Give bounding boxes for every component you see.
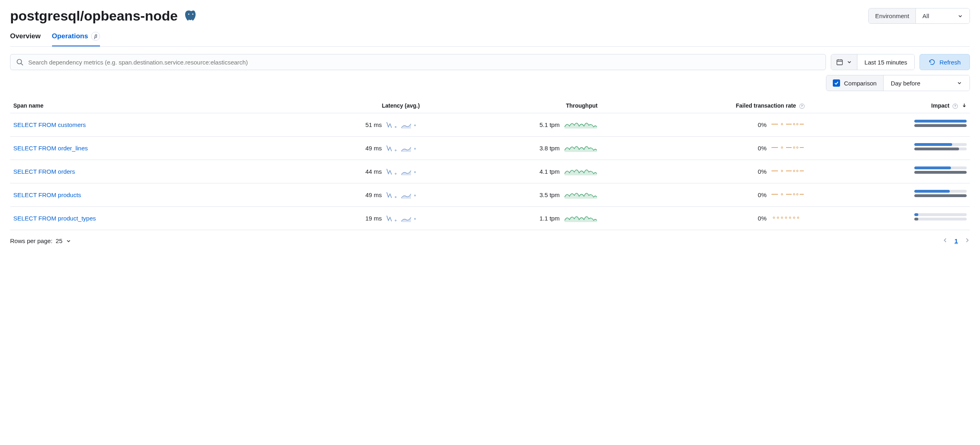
svg-point-9 — [793, 123, 795, 125]
latency-value: 51 ms — [365, 121, 382, 128]
comparison-toggle[interactable]: Comparison — [826, 75, 884, 91]
impact-bars — [914, 213, 967, 222]
impact-bars — [914, 120, 967, 129]
svg-point-43 — [793, 217, 795, 218]
tab-overview[interactable]: Overview — [10, 32, 41, 46]
latency-value: 19 ms — [365, 215, 382, 222]
info-icon[interactable]: ? — [953, 104, 958, 109]
date-range-label[interactable]: Last 15 minutes — [857, 54, 915, 70]
svg-point-20 — [395, 173, 396, 175]
svg-point-5 — [414, 125, 415, 126]
failed-sparkline — [771, 119, 805, 131]
latency-value: 44 ms — [365, 168, 382, 175]
table-row: SELECT FROM customers51 ms5.1 tpm0% — [10, 113, 970, 137]
span-link[interactable]: SELECT FROM customers — [13, 121, 86, 128]
col-impact[interactable]: Impact ? — [808, 98, 970, 113]
svg-point-10 — [797, 123, 798, 125]
refresh-button[interactable]: Refresh — [920, 54, 970, 70]
col-span-name[interactable]: Span name — [10, 98, 255, 113]
search-input-wrap[interactable] — [10, 54, 826, 70]
svg-point-42 — [789, 217, 791, 218]
throughput-sparkline — [564, 166, 598, 177]
svg-point-41 — [785, 217, 787, 218]
refresh-icon — [929, 59, 935, 65]
span-link[interactable]: SELECT FROM order_lines — [13, 145, 88, 152]
table-row: SELECT FROM products49 ms3.5 tpm0% — [10, 183, 970, 207]
svg-point-1 — [192, 13, 193, 15]
page-next[interactable] — [964, 237, 970, 244]
chevron-down-icon — [957, 13, 963, 19]
sort-desc-icon — [962, 102, 967, 109]
environment-label: Environment — [869, 8, 916, 23]
svg-point-38 — [773, 217, 775, 218]
svg-point-13 — [414, 148, 415, 150]
svg-point-34 — [797, 193, 798, 195]
pager: 1 — [942, 237, 970, 244]
impact-bars — [914, 143, 967, 152]
beta-badge: β — [91, 32, 100, 41]
svg-point-4 — [395, 127, 396, 128]
page-title: postgresql/opbeans-node — [10, 8, 178, 24]
latency-value: 49 ms — [365, 191, 382, 198]
operations-table: Span name Latency (avg.) Throughput Fail… — [10, 98, 970, 230]
failed-value: 0% — [758, 215, 767, 222]
svg-point-40 — [781, 217, 783, 218]
table-row: SELECT FROM orders44 ms4.1 tpm0% — [10, 160, 970, 183]
rows-per-page-select[interactable]: Rows per page: 25 — [10, 237, 71, 244]
table-row: SELECT FROM product_types19 ms1.1 tpm0% — [10, 207, 970, 230]
svg-point-44 — [797, 217, 799, 218]
chevron-down-icon — [957, 80, 962, 86]
throughput-value: 3.5 tpm — [540, 191, 560, 198]
tab-operations[interactable]: Operations β — [52, 32, 100, 46]
svg-point-39 — [777, 217, 779, 218]
postgresql-icon — [184, 10, 197, 23]
page-prev[interactable] — [942, 237, 948, 244]
comparison-select[interactable]: Day before — [884, 75, 970, 91]
svg-point-0 — [188, 13, 189, 15]
failed-value: 0% — [758, 145, 767, 152]
svg-point-33 — [793, 193, 795, 195]
svg-point-17 — [793, 147, 795, 148]
search-icon — [16, 58, 23, 66]
svg-point-36 — [395, 220, 396, 221]
col-latency[interactable]: Latency (avg.) — [255, 98, 423, 113]
throughput-sparkline — [564, 189, 598, 201]
svg-point-7 — [781, 123, 783, 125]
svg-point-18 — [797, 147, 798, 148]
latency-sparkline — [386, 166, 420, 177]
svg-point-15 — [781, 147, 783, 148]
svg-point-31 — [781, 193, 783, 195]
impact-bars — [914, 166, 967, 175]
date-picker-button[interactable] — [831, 54, 857, 70]
info-icon[interactable]: ? — [799, 104, 805, 109]
throughput-sparkline — [564, 212, 598, 224]
tabs: Overview Operations β — [10, 32, 970, 47]
page-number[interactable]: 1 — [955, 237, 958, 244]
environment-selector[interactable]: Environment All — [868, 8, 970, 24]
span-link[interactable]: SELECT FROM products — [13, 191, 81, 198]
span-link[interactable]: SELECT FROM orders — [13, 168, 75, 175]
failed-sparkline — [771, 189, 805, 201]
latency-sparkline — [386, 119, 420, 131]
col-failed[interactable]: Failed transaction rate ? — [601, 98, 808, 113]
span-link[interactable]: SELECT FROM product_types — [13, 215, 96, 222]
table-row: SELECT FROM order_lines49 ms3.8 tpm0% — [10, 137, 970, 160]
environment-value: All — [922, 12, 929, 19]
throughput-value: 5.1 tpm — [540, 121, 560, 128]
chevron-down-icon — [66, 238, 71, 244]
svg-point-29 — [414, 195, 415, 196]
checkbox-checked-icon — [833, 79, 840, 87]
throughput-sparkline — [564, 119, 598, 131]
svg-point-26 — [797, 170, 798, 172]
svg-point-37 — [414, 218, 415, 220]
search-input[interactable] — [28, 59, 820, 66]
svg-point-2 — [17, 59, 21, 64]
col-throughput[interactable]: Throughput — [423, 98, 601, 113]
latency-sparkline — [386, 189, 420, 201]
failed-value: 0% — [758, 191, 767, 198]
failed-sparkline — [771, 142, 805, 154]
throughput-sparkline — [564, 142, 598, 154]
svg-rect-3 — [837, 60, 842, 64]
svg-point-25 — [793, 170, 795, 172]
impact-bars — [914, 190, 967, 199]
